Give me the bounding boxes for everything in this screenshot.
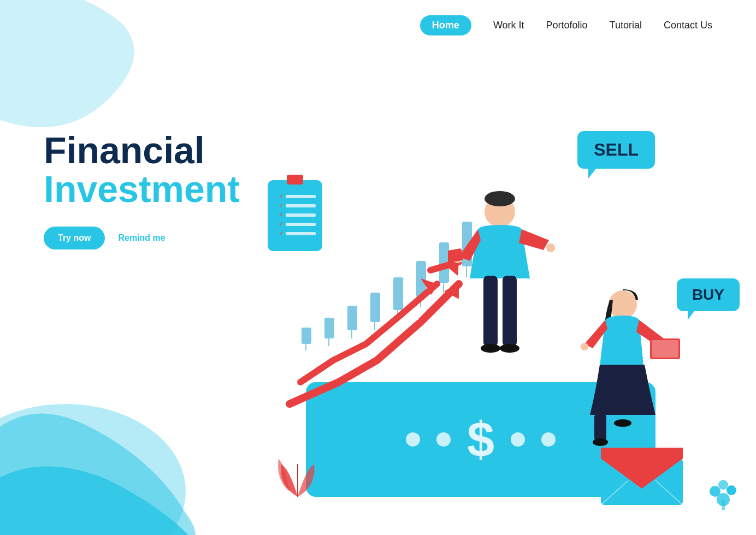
hero-title-investment: Investment xyxy=(44,170,240,209)
remind-me-button[interactable]: Remind me xyxy=(118,233,165,243)
hero-buttons: Try now Remind me xyxy=(44,227,240,249)
svg-point-51 xyxy=(718,480,728,490)
nav-tutorial[interactable]: Tutorial xyxy=(610,20,642,31)
svg-point-49 xyxy=(710,486,720,497)
nav-portofolio[interactable]: Portofolio xyxy=(546,20,588,31)
platform-dot-mid-right xyxy=(511,432,525,447)
check-row-5: ✓ xyxy=(279,230,316,236)
svg-point-36 xyxy=(481,344,500,353)
platform-dot-mid-left xyxy=(436,432,451,447)
hero-section: Financial Investment Try now Remind me xyxy=(44,131,240,249)
svg-point-44 xyxy=(593,438,608,446)
check-mark-4: ✓ xyxy=(279,221,283,227)
check-row-3: ✓ xyxy=(279,212,316,218)
nav-work-it[interactable]: Work It xyxy=(493,20,524,31)
svg-point-50 xyxy=(727,485,736,495)
svg-point-30 xyxy=(485,191,515,206)
svg-rect-35 xyxy=(503,276,517,347)
platform-dot-left xyxy=(406,432,420,447)
check-row-1: ✓ xyxy=(279,193,316,199)
svg-rect-52 xyxy=(722,500,725,510)
hero-title-financial: Financial xyxy=(44,131,240,170)
check-mark-5: ✓ xyxy=(279,230,283,236)
check-row-2: ✓ xyxy=(279,203,316,209)
try-now-button[interactable]: Try now xyxy=(44,227,105,249)
svg-rect-43 xyxy=(594,414,606,441)
envelope xyxy=(598,442,686,508)
svg-rect-34 xyxy=(483,276,498,347)
sell-bubble: SELL xyxy=(577,131,655,169)
svg-point-37 xyxy=(500,344,519,353)
svg-rect-42 xyxy=(652,340,678,358)
blob-bottom-left xyxy=(0,338,240,535)
person-man xyxy=(448,191,557,399)
check-mark-3: ✓ xyxy=(279,212,283,218)
check-line-3 xyxy=(286,213,316,217)
plant-decoration-right xyxy=(704,469,742,513)
check-line-4 xyxy=(286,223,316,226)
svg-point-32 xyxy=(546,243,555,252)
check-line-5 xyxy=(286,232,316,235)
check-line-2 xyxy=(286,204,316,207)
clipboard-top-clip xyxy=(287,175,303,185)
svg-point-39 xyxy=(581,343,588,350)
check-row-4: ✓ xyxy=(279,221,316,227)
svg-point-45 xyxy=(614,419,631,427)
check-mark-1: ✓ xyxy=(279,193,283,199)
navigation: Home Work It Portofolio Tutorial Contact… xyxy=(0,0,756,51)
nav-contact-us[interactable]: Contact Us xyxy=(664,20,712,31)
nav-home[interactable]: Home xyxy=(420,15,471,35)
leaf-decoration xyxy=(273,453,322,502)
svg-point-38 xyxy=(609,290,637,319)
person-woman xyxy=(579,284,688,448)
check-line-1 xyxy=(286,195,316,198)
clipboard: ✓ ✓ ✓ ✓ ✓ xyxy=(268,180,322,251)
platform-dot-right xyxy=(541,432,556,447)
check-mark-2: ✓ xyxy=(279,203,283,209)
